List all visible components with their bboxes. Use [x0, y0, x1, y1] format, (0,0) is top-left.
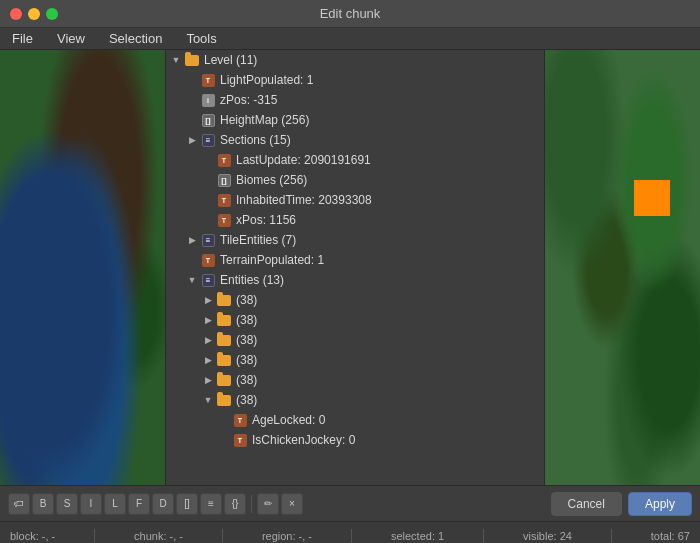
expand-arrow-empty8	[186, 254, 198, 266]
controls-row: 🏷 B S I L F D [] ≡ {} ✏ × Cancel Apply	[0, 485, 700, 521]
add-int-button[interactable]: I	[80, 493, 102, 515]
expand-arrow-level[interactable]	[170, 54, 182, 66]
expand-arrow-entities[interactable]	[186, 274, 198, 286]
tree-item-entity-4[interactable]: (38)	[166, 370, 544, 390]
tree-item-biomes[interactable]: [] Biomes (256)	[166, 170, 544, 190]
tree-item-xpos[interactable]: T xPos: 1156	[166, 210, 544, 230]
selected-label: selected: 1	[391, 530, 444, 542]
map-panel-left	[0, 50, 165, 485]
expand-arrow-empty	[186, 74, 198, 86]
divider-5	[611, 529, 612, 543]
tree-item-entity-0[interactable]: (38)	[166, 290, 544, 310]
menu-selection[interactable]: Selection	[105, 29, 166, 48]
expand-arrow-sections[interactable]	[186, 134, 198, 146]
expand-arrow-entity4[interactable]	[202, 374, 214, 386]
item-label-lightpopulated: LightPopulated: 1	[220, 73, 313, 87]
tree-item-agelocked[interactable]: T AgeLocked: 0	[166, 410, 544, 430]
block-label: block: -, -	[10, 530, 55, 542]
expand-arrow-empty10	[218, 434, 230, 446]
minimize-button[interactable]	[28, 8, 40, 20]
visible-label: visible: 24	[523, 530, 572, 542]
item-label-biomes: Biomes (256)	[236, 173, 307, 187]
status-chunk: chunk: -, -	[134, 530, 183, 542]
tree-item-entity-5[interactable]: (38)	[166, 390, 544, 410]
expand-arrow-entity5[interactable]	[202, 394, 214, 406]
tree-item-lightpopulated[interactable]: T LightPopulated: 1	[166, 70, 544, 90]
status-block: block: -, -	[10, 530, 55, 542]
item-label-entity2: (38)	[236, 333, 257, 347]
tree-item-heightmap[interactable]: [] HeightMap (256)	[166, 110, 544, 130]
total-label: total: 67	[651, 530, 690, 542]
map-panel-right	[545, 50, 700, 485]
action-buttons: Cancel Apply	[551, 492, 692, 516]
expand-arrow-entity0[interactable]	[202, 294, 214, 306]
item-label-tileentities: TileEntities (7)	[220, 233, 296, 247]
add-short-button[interactable]: S	[56, 493, 78, 515]
divider-2	[222, 529, 223, 543]
item-label-heightmap: HeightMap (256)	[220, 113, 309, 127]
main-layout: Level (11) T LightPopulated: 1 i zPos: -…	[0, 50, 700, 485]
tree-item-entities[interactable]: ≡ Entities (13)	[166, 270, 544, 290]
item-label-entity1: (38)	[236, 313, 257, 327]
byte-icon-inhabit: T	[216, 192, 232, 208]
tree-item-entity-1[interactable]: (38)	[166, 310, 544, 330]
add-float-button[interactable]: F	[128, 493, 150, 515]
tree-item-entity-2[interactable]: (38)	[166, 330, 544, 350]
expand-arrow-entity2[interactable]	[202, 334, 214, 346]
add-tag-button[interactable]: 🏷	[8, 493, 30, 515]
menu-file[interactable]: File	[8, 29, 37, 48]
add-bytearray-button[interactable]: []	[176, 493, 198, 515]
map-right-background	[545, 50, 700, 485]
tree-item-tileentities[interactable]: ≡ TileEntities (7)	[166, 230, 544, 250]
list-icon-sections: ≡	[200, 132, 216, 148]
tree-item-level[interactable]: Level (11)	[166, 50, 544, 70]
tree-item-inhabitedtime[interactable]: T InhabitedTime: 20393308	[166, 190, 544, 210]
status-selected: selected: 1	[391, 530, 444, 542]
add-long-button[interactable]: L	[104, 493, 126, 515]
menu-tools[interactable]: Tools	[182, 29, 220, 48]
item-label-sections: Sections (15)	[220, 133, 291, 147]
close-button[interactable]	[10, 8, 22, 20]
traffic-lights	[10, 8, 58, 20]
add-byte-button[interactable]: B	[32, 493, 54, 515]
byte-icon-agelocked: T	[232, 412, 248, 428]
tree-panel[interactable]: Level (11) T LightPopulated: 1 i zPos: -…	[165, 50, 545, 485]
tree-item-sections[interactable]: ≡ Sections (15)	[166, 130, 544, 150]
title-bar: Edit chunk	[0, 0, 700, 28]
maximize-button[interactable]	[46, 8, 58, 20]
add-string-button[interactable]: ≡	[200, 493, 222, 515]
expand-arrow-entity1[interactable]	[202, 314, 214, 326]
tree-item-lastupdate[interactable]: T LastUpdate: 2090191691	[166, 150, 544, 170]
folder-icon-entity5	[216, 392, 232, 408]
expand-arrow-entity3[interactable]	[202, 354, 214, 366]
toolbar-separator	[251, 495, 252, 513]
menu-view[interactable]: View	[53, 29, 89, 48]
cancel-button[interactable]: Cancel	[551, 492, 622, 516]
tree-item-terrainpopulated[interactable]: T TerrainPopulated: 1	[166, 250, 544, 270]
expand-arrow-tileentities[interactable]	[186, 234, 198, 246]
apply-button[interactable]: Apply	[628, 492, 692, 516]
chunk-highlight	[634, 180, 670, 216]
menu-bar: File View Selection Tools	[0, 28, 700, 50]
array-icon-biomes: []	[216, 172, 232, 188]
folder-icon-level	[184, 52, 200, 68]
status-region: region: -, -	[262, 530, 312, 542]
tree-item-zpos[interactable]: i zPos: -315	[166, 90, 544, 110]
edit-value-button[interactable]: ✏	[257, 493, 279, 515]
item-label-terrainpopulated: TerrainPopulated: 1	[220, 253, 324, 267]
item-label-xpos: xPos: 1156	[236, 213, 296, 227]
item-label-entity0: (38)	[236, 293, 257, 307]
item-label-inhabitedtime: InhabitedTime: 20393308	[236, 193, 372, 207]
folder-icon-entity0	[216, 292, 232, 308]
byte-icon-chickenjockey: T	[232, 432, 248, 448]
toolbar: 🏷 B S I L F D [] ≡ {} ✏ ×	[8, 493, 303, 515]
tree-item-entity-3[interactable]: (38)	[166, 350, 544, 370]
add-double-button[interactable]: D	[152, 493, 174, 515]
tree-item-chickenjockey[interactable]: T IsChickenJockey: 0	[166, 430, 544, 450]
delete-button[interactable]: ×	[281, 493, 303, 515]
add-list-button[interactable]: {}	[224, 493, 246, 515]
item-label-chickenjockey: IsChickenJockey: 0	[252, 433, 355, 447]
divider-4	[483, 529, 484, 543]
status-total: total: 67	[651, 530, 690, 542]
folder-icon-entity1	[216, 312, 232, 328]
